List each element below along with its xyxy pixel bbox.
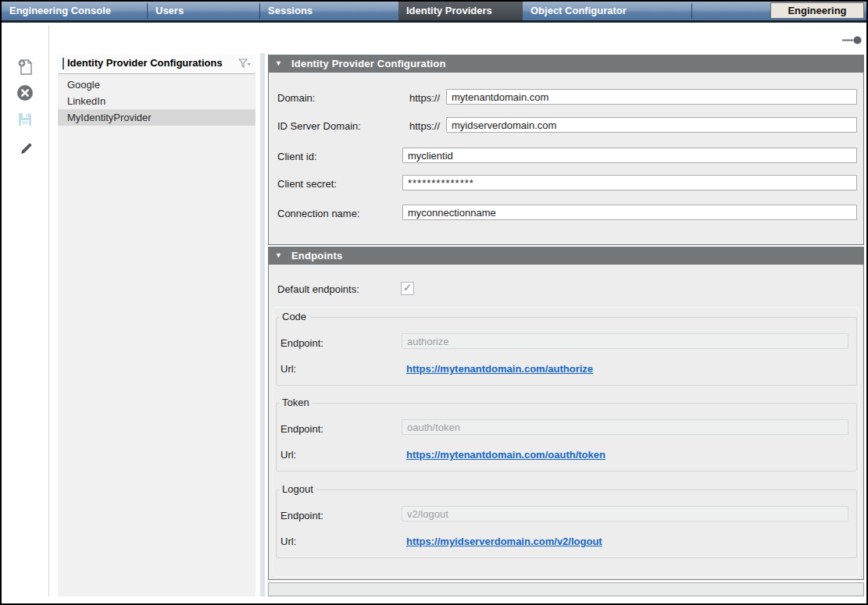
client-id-input[interactable] <box>402 148 857 163</box>
list-header-accent <box>63 58 64 69</box>
save-button[interactable] <box>16 110 34 129</box>
tab-identity-providers[interactable]: Identity Providers <box>398 2 523 20</box>
delete-icon <box>16 84 34 102</box>
idp-section-title: Identity Provider Configuration <box>291 55 446 73</box>
idp-list: Google LinkedIn MyIdentityProvider <box>58 77 255 126</box>
edit-pencil-icon <box>16 137 34 156</box>
logout-endpoint-input[interactable] <box>402 506 848 521</box>
id-server-domain-label: ID Server Domain: <box>277 120 361 132</box>
bottom-status-strip <box>268 582 864 596</box>
list-item-google[interactable]: Google <box>58 77 255 93</box>
tab-sessions[interactable]: Sessions <box>260 2 398 20</box>
token-group-legend: Token <box>279 397 313 408</box>
add-document-icon <box>16 58 34 77</box>
token-endpoint-group: Token Endpoint: Url: https://mytenantdom… <box>276 403 857 472</box>
idp-section-header[interactable]: ▼ Identity Provider Configuration <box>268 55 864 73</box>
collapse-arrow-icon: ▼ <box>275 247 282 265</box>
code-endpoint-group: Code Endpoint: Url: https://mytenantdoma… <box>276 317 857 386</box>
tabbar-bottom-edge <box>2 20 866 23</box>
token-endpoint-input[interactable] <box>402 419 848 435</box>
tab-users[interactable]: Users <box>148 2 259 20</box>
tab-engineering-console[interactable]: Engineering Console <box>2 2 147 20</box>
panel-splitter[interactable] <box>260 53 265 596</box>
delete-item-button[interactable] <box>16 84 34 102</box>
checkmark-icon: ✓ <box>403 282 412 294</box>
add-item-button[interactable] <box>16 58 34 77</box>
tab-separator <box>691 3 692 19</box>
filter-icon[interactable] <box>238 59 251 73</box>
connection-name-label: Connection name: <box>277 208 360 219</box>
domain-https-prefix: https:// <box>393 92 440 104</box>
idp-list-panel: Identity Provider Configurations Google … <box>58 55 255 596</box>
idp-configuration-section: ▼ Identity Provider Configuration Domain… <box>268 55 864 245</box>
engineering-mode-button[interactable]: Engineering <box>770 2 864 19</box>
id-server-https-prefix: https:// <box>393 120 440 132</box>
endpoints-section-header[interactable]: ▼ Endpoints <box>268 247 864 265</box>
connection-name-input[interactable] <box>402 205 857 220</box>
collapse-arrow-icon: ▼ <box>275 55 282 73</box>
edit-button[interactable] <box>16 137 34 156</box>
code-endpoint-label: Endpoint: <box>280 337 323 349</box>
collapse-handle-icon[interactable] <box>842 34 863 48</box>
code-group-legend: Code <box>279 311 309 322</box>
id-server-domain-input[interactable] <box>446 117 857 133</box>
client-id-label: Client id: <box>277 151 317 162</box>
logout-endpoint-label: Endpoint: <box>280 510 323 521</box>
token-url-label: Url: <box>280 449 296 461</box>
logout-url-label: Url: <box>280 536 296 547</box>
save-icon <box>16 110 34 129</box>
idp-list-header: Identity Provider Configurations <box>58 55 255 74</box>
domain-label: Domain: <box>277 92 315 104</box>
app-window: Engineering Console Users Sessions Ident… <box>0 0 868 605</box>
logout-endpoint-group: Logout Endpoint: Url: https://myidserver… <box>276 489 857 558</box>
token-url-link[interactable]: https://mytenantdomain.com/oauth/token <box>406 449 605 461</box>
list-item-linkedin[interactable]: LinkedIn <box>58 93 255 109</box>
code-endpoint-input[interactable] <box>402 333 848 349</box>
token-endpoint-label: Endpoint: <box>280 423 323 435</box>
toolbar-divider <box>48 25 49 596</box>
client-secret-label: Client secret: <box>277 178 337 190</box>
code-url-label: Url: <box>280 363 296 375</box>
tab-object-configurator[interactable]: Object Configurator <box>523 2 691 20</box>
endpoints-section-title: Endpoints <box>291 247 342 265</box>
default-endpoints-label: Default endpoints: <box>277 283 359 295</box>
code-url-link[interactable]: https://mytenantdomain.com/authorize <box>406 363 593 375</box>
top-tab-bar: Engineering Console Users Sessions Ident… <box>2 2 866 20</box>
endpoints-section: ▼ Endpoints Default endpoints: ✓ Code En… <box>268 247 864 580</box>
logout-group-legend: Logout <box>279 483 316 495</box>
idp-list-title: Identity Provider Configurations <box>67 57 223 69</box>
list-item-myidentityprovider[interactable]: MyIdentityProvider <box>58 109 255 126</box>
domain-input[interactable] <box>446 89 857 105</box>
default-endpoints-checkbox[interactable]: ✓ <box>401 282 414 295</box>
client-secret-input[interactable] <box>402 175 857 190</box>
logout-url-link[interactable]: https://myidserverdomain.com/v2/logout <box>406 536 602 547</box>
